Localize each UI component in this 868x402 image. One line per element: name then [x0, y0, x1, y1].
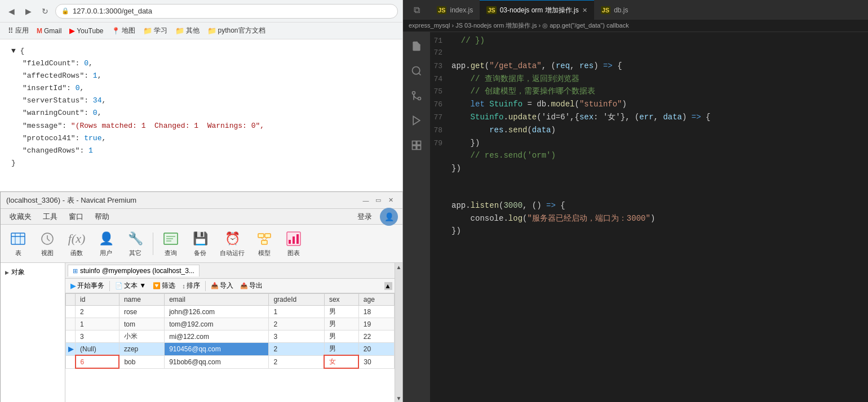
bookmark-study[interactable]: 📁 学习 [140, 24, 171, 37]
import-label: 导入 [220, 281, 233, 291]
view-icon [38, 230, 56, 248]
stuinfo-tab-label: stuinfo @myemployees (localhost_3... [80, 267, 194, 275]
tab-db-js[interactable]: JS db.js [594, 0, 635, 20]
bookmark-other[interactable]: 📁 其他 [172, 24, 203, 37]
toolbar-model[interactable]: 模型 [250, 227, 278, 260]
cell-email-4[interactable]: 910456@qq.com [165, 343, 269, 356]
forward-button[interactable]: ▶ [21, 5, 35, 18]
table-row: 3 小米 mi@122.com 3 男 22 [66, 330, 395, 343]
line-num-79: 79 [430, 138, 451, 150]
explorer-icon[interactable]: ⧉ [414, 5, 420, 15]
tab-03-nodejs[interactable]: JS 03-nodejs orm 增加操作.js ✕ [480, 0, 594, 20]
bookmark-apps[interactable]: ⠿ 应用 [5, 24, 32, 37]
svg-rect-24 [289, 240, 291, 244]
bookmark-other-label: 其他 [186, 26, 200, 35]
toolbar-chart[interactable]: 图表 [280, 227, 308, 260]
export-button[interactable]: 📤 导出 [237, 280, 265, 292]
col-header-age[interactable]: age [358, 294, 394, 306]
svg-point-2 [418, 97, 421, 100]
bookmark-python[interactable]: 📁 python官方文档 [204, 24, 269, 37]
json-changed-rows: "changedRows": 1 [23, 145, 391, 157]
toolbar-function[interactable]: f(x) 函数 [63, 227, 91, 260]
bookmark-maps[interactable]: 📍 地图 [108, 24, 139, 37]
minimize-button[interactable]: — [360, 194, 372, 207]
scroll-down-arrow[interactable]: ▼ [395, 394, 403, 402]
import-button[interactable]: 📥 导入 [208, 280, 236, 292]
code-line-blank2 [430, 187, 868, 199]
sort-button[interactable]: ↕ 排序 [179, 280, 203, 292]
scroll-up-button[interactable]: ▲ [384, 282, 392, 290]
triangle-icon: ▶ [5, 270, 9, 275]
js-icon-1: JS [437, 6, 446, 14]
maximize-button[interactable]: ▭ [372, 194, 384, 207]
filter-button[interactable]: 🔽 筛选 [150, 280, 178, 292]
toolbar-backup[interactable]: 💾 备份 [186, 227, 214, 260]
col-header-id[interactable]: id [76, 294, 119, 306]
refresh-button[interactable]: ↻ [38, 5, 52, 18]
line-content-close2: }) [451, 225, 461, 237]
explorer-sidebar-icon[interactable] [407, 37, 426, 56]
col-header-gradeid[interactable]: gradeId [269, 294, 324, 306]
line-content-comment1: // res.send('orm') [451, 149, 556, 162]
menu-window[interactable]: 窗口 [64, 210, 88, 224]
toolbar-backup-label: 备份 [194, 249, 206, 257]
filter-label: 筛选 [162, 281, 175, 291]
menu-favorites[interactable]: 收藏夹 [5, 210, 36, 224]
toolbar-auto-run[interactable]: ⏰ 自动运行 [215, 227, 249, 260]
line-num-76: 76 [430, 99, 451, 111]
text-button[interactable]: 📄 文本 ▼ [112, 280, 149, 292]
close-button[interactable]: ✕ [384, 194, 397, 207]
toolbar-query[interactable]: 查询 [157, 227, 185, 260]
col-header-email[interactable]: email [165, 294, 269, 306]
navicat-window: (localhost_3306) - 表 - Navicat Premium —… [0, 191, 403, 402]
scrollbar-vertical[interactable]: ▲ ▼ [395, 263, 402, 402]
code-editor: 71 // }) 72 73 app.get("/get_data", (req… [430, 32, 868, 402]
lock-icon: 🔒 [61, 7, 69, 15]
json-warning-count: "warningCount": 0, [23, 107, 391, 119]
cell-email-1: john@126.com [165, 306, 269, 318]
chart-icon [285, 230, 303, 248]
user-avatar[interactable]: 👤 [380, 208, 398, 226]
cell-gradeid-1: 1 [269, 306, 324, 318]
tab-03-close-icon[interactable]: ✕ [582, 7, 587, 14]
json-message: "message": "(Rows matched: 1 Changed: 1 … [23, 120, 391, 132]
address-bar[interactable]: 🔒 127.0.0.1:3000/get_data [55, 4, 398, 19]
line-content-76: let Stuinfo = db.model("stuinfo") [451, 98, 627, 110]
left-panel-objects[interactable]: ▶ 对象 [1, 265, 65, 279]
svg-marker-4 [413, 117, 420, 125]
toolbar-view[interactable]: 视图 [33, 227, 61, 260]
folder-icon-1: 📁 [143, 26, 152, 35]
menu-help[interactable]: 帮助 [90, 210, 114, 224]
git-sidebar-icon[interactable] [407, 86, 426, 105]
cell-age-5: 30 [358, 355, 394, 368]
col-header-sex[interactable]: sex [324, 294, 358, 306]
toolbar-user[interactable]: 👤 用户 [92, 227, 120, 260]
cell-id-4: (Null) [76, 343, 119, 356]
bookmark-youtube[interactable]: ▶ YouTube [66, 25, 107, 37]
menu-tools[interactable]: 工具 [38, 210, 62, 224]
bookmark-gmail[interactable]: M Gmail [33, 25, 65, 37]
begin-transaction-button[interactable]: ▶ 开始事务 [68, 280, 107, 292]
toolbar-table[interactable]: 表 [4, 227, 32, 260]
toolbar-other[interactable]: 🔧 其它 [121, 227, 149, 260]
folder-icon-3: 📁 [207, 26, 216, 35]
extensions-sidebar-icon[interactable] [407, 136, 426, 155]
cell-email-5: 91bob6@qq.com [165, 355, 269, 368]
json-response: ▼ { "fieldCount": 0, "affectedRows": 1, … [0, 39, 402, 175]
vscode-tab-bar: ⧉ JS index.js JS 03-nodejs orm 增加操作.js ✕… [403, 0, 868, 20]
sort-label: 排序 [187, 281, 200, 291]
debug-sidebar-icon[interactable] [407, 111, 426, 130]
tab-index-js[interactable]: JS index.js [430, 0, 480, 20]
navicat-menu-bar: 收藏夹 工具 窗口 帮助 登录 👤 [1, 209, 402, 225]
toolbar-user-label: 用户 [100, 249, 112, 257]
js-icon-3: JS [601, 6, 610, 14]
login-button[interactable]: 登录 [352, 210, 378, 224]
stuinfo-tab[interactable]: ⊞ stuinfo @myemployees (localhost_3... [68, 265, 200, 276]
scroll-up-arrow[interactable]: ▲ [395, 263, 403, 271]
code-line-listen: app.listen(3000, () => { [430, 199, 868, 212]
col-header-name[interactable]: name [119, 294, 164, 306]
cell-sex-2: 男 [324, 318, 358, 330]
begin-transaction-label: 开始事务 [77, 281, 104, 291]
back-button[interactable]: ◀ [5, 5, 18, 18]
search-sidebar-icon[interactable] [407, 61, 426, 81]
